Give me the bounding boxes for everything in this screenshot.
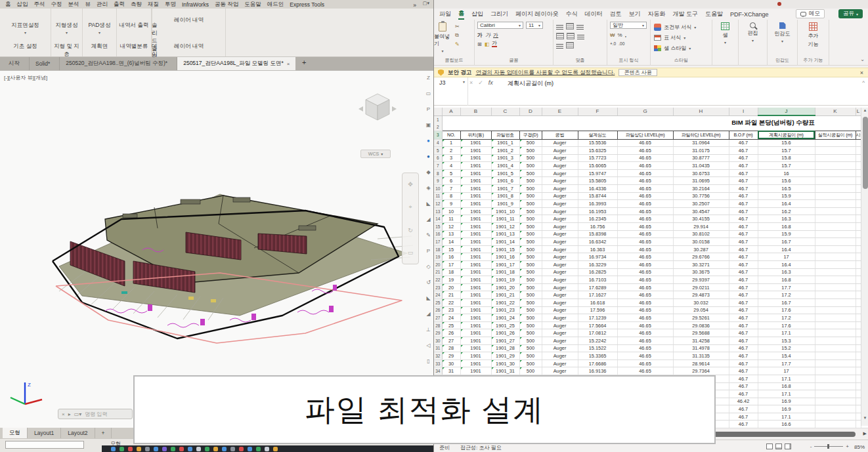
cell[interactable]: 1901	[460, 169, 491, 177]
taskbar-icon[interactable]	[119, 447, 124, 451]
cell[interactable]: 46.65	[617, 223, 673, 231]
cell[interactable]: Auger	[542, 329, 578, 337]
cell[interactable]	[815, 344, 856, 352]
cell[interactable]: Auger	[542, 298, 578, 306]
cell[interactable]: 18	[442, 268, 460, 276]
cell[interactable]: 15.5805	[578, 177, 617, 185]
increase-decimal-button[interactable]: +.0	[610, 41, 616, 46]
cell[interactable]: 16.4	[758, 245, 815, 253]
cell[interactable]: 46.65	[617, 215, 673, 223]
toolbar-icon[interactable]: ●	[427, 154, 430, 159]
cell[interactable]: 15.3365	[578, 352, 617, 360]
cell[interactable]	[856, 337, 861, 344]
cell[interactable]: 46.7	[729, 139, 758, 147]
cell[interactable]: 1901_19	[491, 276, 519, 284]
cell[interactable]: 15.9	[758, 230, 815, 238]
cell[interactable]: 16.9734	[578, 253, 617, 261]
cell[interactable]	[856, 367, 861, 375]
cell[interactable]: 1901_25	[491, 321, 519, 329]
cell[interactable]: Auger	[542, 344, 578, 352]
cell[interactable]: 46.65	[617, 192, 673, 200]
cell[interactable]: 500	[519, 200, 542, 208]
cad-menu-item[interactable]: 뷰	[85, 1, 91, 9]
cell[interactable]: 30.4547	[673, 207, 729, 215]
cell[interactable]: Auger	[542, 261, 578, 269]
scroll-down-icon[interactable]: ▼	[861, 416, 868, 420]
toolbar-icon[interactable]: ◆	[426, 169, 430, 175]
ribbon-button-bottom[interactable]: 내역별분류	[117, 43, 151, 51]
row-number[interactable]: 32	[434, 352, 442, 360]
cell[interactable]: 46.7	[729, 192, 758, 200]
cell[interactable]: 46.7	[729, 306, 758, 314]
row-number[interactable]: 11	[434, 192, 442, 200]
cell[interactable]: 500	[519, 245, 542, 253]
cell[interactable]: 46.7	[729, 360, 758, 367]
fill-color-button[interactable]: ◧	[485, 41, 490, 47]
normal-view-button[interactable]	[766, 443, 773, 449]
column-header-cell[interactable]: 실적시공길이 (m)	[815, 131, 856, 139]
cell[interactable]: Auger	[542, 169, 578, 177]
cell[interactable]: 46.7	[729, 382, 758, 390]
cell[interactable]	[856, 154, 861, 162]
cell[interactable]: 500	[519, 367, 542, 375]
share-button[interactable]: 공유 ▾	[838, 9, 863, 18]
cad-menu-item[interactable]: 주석	[34, 1, 45, 9]
cell[interactable]: 17.1	[758, 390, 815, 398]
cell[interactable]	[815, 162, 856, 170]
cell[interactable]	[815, 413, 856, 421]
cell[interactable]: 17.7	[758, 360, 815, 367]
cell[interactable]	[856, 291, 861, 299]
cell[interactable]: 46.7	[729, 291, 758, 299]
cell[interactable]: 29.914	[673, 223, 729, 231]
cell[interactable]	[856, 405, 861, 413]
cell[interactable]	[815, 337, 856, 344]
cell[interactable]	[856, 306, 861, 314]
cell[interactable]: 1901_13	[491, 230, 519, 238]
excel-ribbon-tab[interactable]: 보기	[629, 10, 641, 18]
cell[interactable]	[815, 329, 856, 337]
cell[interactable]: 30.3675	[673, 268, 729, 276]
cell[interactable]: 46.7	[729, 276, 758, 284]
col-letter[interactable]: L	[856, 108, 861, 115]
cell[interactable]: 1901_5	[491, 169, 519, 177]
cell[interactable]: 500	[519, 298, 542, 306]
cell[interactable]: 2	[442, 147, 460, 155]
cell[interactable]: 46.65	[617, 321, 673, 329]
cell[interactable]: Auger	[542, 207, 578, 215]
cell[interactable]	[856, 177, 861, 185]
decrease-decimal-button[interactable]: .00	[618, 41, 624, 46]
cell[interactable]: 500	[519, 337, 542, 344]
cell[interactable]: 1901	[460, 352, 491, 360]
column-header-cell[interactable]: 파일번호	[491, 131, 519, 139]
cell[interactable]: 1901	[460, 238, 491, 246]
cell[interactable]	[815, 283, 856, 291]
cell[interactable]	[815, 139, 856, 147]
cell[interactable]	[815, 352, 856, 360]
cell[interactable]: 46.65	[617, 253, 673, 261]
cell[interactable]: 31.0964	[673, 139, 729, 147]
accounting-format-button[interactable]: ₩	[610, 32, 615, 38]
cell[interactable]	[815, 367, 856, 375]
cell[interactable]: 17.1	[758, 413, 815, 421]
layout-tab[interactable]: Layout2	[61, 428, 95, 438]
cell[interactable]: 500	[519, 253, 542, 261]
row-number[interactable]: 22	[434, 276, 442, 284]
cell[interactable]: 500	[519, 154, 542, 162]
cell[interactable]: 46.65	[617, 283, 673, 291]
cell[interactable]: 16.7	[758, 298, 815, 306]
cell[interactable]	[856, 147, 861, 155]
row-number[interactable]: 28	[434, 321, 442, 329]
cell[interactable]	[856, 382, 861, 390]
cell[interactable]: 46.7	[729, 245, 758, 253]
cell[interactable]: 1901	[460, 207, 491, 215]
ribbon-button-top[interactable]: 내역서 출력	[117, 22, 151, 30]
cell[interactable]: 46.7	[729, 375, 758, 382]
col-letter[interactable]: K	[815, 108, 856, 115]
cad-menu-item[interactable]: 분석	[68, 1, 79, 9]
cell[interactable]: 1901_7	[491, 185, 519, 193]
ribbon-button-bottom[interactable]: 계획면	[83, 43, 116, 51]
wrap-text-button[interactable]	[577, 33, 584, 39]
cell[interactable]: 1901_23	[491, 306, 519, 314]
toolbar-icon[interactable]: P	[427, 248, 430, 254]
cell[interactable]: 9	[442, 200, 460, 208]
